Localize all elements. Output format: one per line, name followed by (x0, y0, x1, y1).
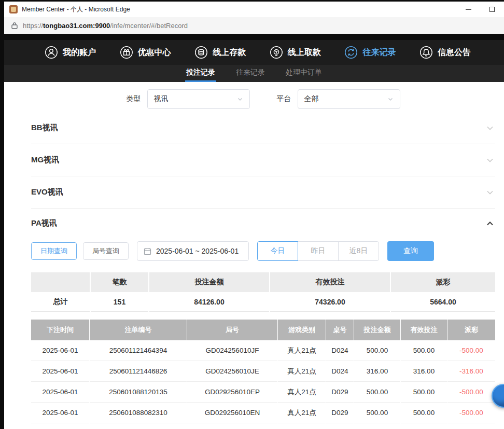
last-8-days-button[interactable]: 近8日 (338, 241, 379, 261)
detail-cell: 2025-06-01 (31, 361, 89, 382)
section-title: PA视讯 (31, 218, 57, 228)
detail-cell: 250601121446826 (90, 361, 187, 382)
detail-cell: 2025-06-01 (31, 382, 89, 403)
table-row: 2025-06-01 250601088082310 GD029256010EN… (31, 403, 495, 423)
section-mg-video[interactable]: MG视讯 (31, 144, 495, 176)
tab-transaction-record[interactable]: 往来记录 (235, 65, 266, 82)
nav-item-label: 信息公告 (438, 47, 471, 58)
detail-cell: 真人21点 (278, 403, 326, 423)
detail-cell: 500.00 (401, 340, 447, 361)
detail-cell: 500.00 (354, 340, 400, 361)
nav-item-promotions[interactable]: 优惠中心 (120, 46, 171, 59)
tab-bet-record[interactable]: 投注记录 (185, 65, 216, 82)
section-evo-video[interactable]: EVO视讯 (31, 176, 495, 209)
detail-cell: 316.00 (401, 361, 447, 382)
detail-cell: 250601088082310 (90, 403, 187, 423)
detail-cell: 2025-06-01 (31, 340, 89, 361)
url-domain: tongbao31.com:9900 (43, 22, 110, 30)
detail-header-cell: 桌号 (326, 320, 354, 340)
chevron-down-icon (237, 96, 243, 102)
url-path: /infe/mcenter/#/betRecord (110, 22, 188, 30)
maximize-button[interactable] (480, 2, 504, 17)
detail-cell: D024 (326, 340, 354, 361)
search-button[interactable]: 查询 (387, 241, 434, 261)
detail-cell: 真人21点 (278, 382, 326, 403)
url-scheme: https:// (23, 22, 43, 30)
summary-total-row: 总计 151 84126.00 74326.00 5664.00 (31, 292, 495, 312)
user-icon (45, 46, 58, 59)
summary-header-cell: 笔数 (91, 272, 148, 292)
detail-cell: GD029256010EP (187, 382, 277, 403)
bell-icon (419, 46, 433, 59)
detail-header-row: 下注时间 注单编号 局号 游戏类别 桌号 投注金额 有效投注 派彩 (31, 320, 495, 340)
detail-header-cell: 派彩 (447, 320, 495, 340)
withdraw-icon (270, 46, 283, 59)
main-nav: 我的账户 优惠中心 线上存款 (4, 40, 504, 65)
detail-cell: 500.00 (401, 382, 447, 403)
detail-cell: 500.00 (354, 382, 400, 403)
detail-cell: D024 (326, 361, 354, 382)
section-title: EVO视讯 (31, 187, 63, 197)
type-label: 类型 (127, 94, 141, 104)
chevron-up-icon (485, 218, 495, 229)
tab-pending-orders[interactable]: 处理中订单 (285, 65, 323, 82)
detail-cell: 250601088120135 (90, 382, 187, 403)
nav-item-my-account[interactable]: 我的账户 (45, 46, 96, 59)
detail-cell-payout: -316.00 (447, 361, 495, 382)
type-select[interactable]: 视讯 (147, 89, 250, 109)
summary-header-row: 笔数 投注金额 有效投注 派彩 (31, 272, 495, 292)
summary-cell: 151 (91, 292, 148, 312)
summary-header-cell (31, 272, 90, 292)
url-text[interactable]: https://tongbao31.com:9900/infe/mcenter/… (23, 22, 188, 30)
detail-header-cell: 局号 (187, 320, 277, 340)
sub-nav: 投注记录 往来记录 处理中订单 (4, 65, 504, 82)
chevron-down-icon (387, 96, 394, 102)
section-pa-video[interactable]: PA视讯 (31, 209, 495, 238)
nav-item-label: 优惠中心 (138, 47, 171, 58)
detail-cell: GD024256010JF (187, 340, 277, 361)
detail-cell: GD024256010JE (187, 361, 277, 382)
browser-window: Member Center - 个人 - Microsoft Edge http… (4, 2, 504, 429)
page-top-strip (4, 34, 504, 40)
detail-header-cell: 注单编号 (90, 320, 187, 340)
detail-header-cell: 投注金额 (354, 320, 400, 340)
detail-cell: 500.00 (354, 403, 400, 423)
nav-item-deposit[interactable]: 线上存款 (194, 46, 246, 59)
platform-select[interactable]: 全部 (298, 89, 400, 109)
chevron-down-icon (485, 187, 495, 198)
nav-item-label: 我的账户 (63, 47, 96, 58)
content: 类型 视讯 平台 全部 BB视讯 (4, 82, 504, 429)
nav-item-withdraw[interactable]: 线上取款 (270, 46, 321, 59)
transfer-record-icon (344, 46, 358, 59)
detail-cell: 2025-06-01 (31, 403, 89, 423)
chevron-down-icon (485, 155, 495, 165)
detail-cell: 500.00 (401, 403, 447, 423)
summary-header-cell: 派彩 (391, 272, 495, 292)
round-query-button[interactable]: 局号查询 (83, 242, 129, 260)
nav-item-transaction-records[interactable]: 往来记录 (344, 46, 396, 59)
chevron-down-icon (485, 123, 495, 133)
date-query-button[interactable]: 日期查询 (31, 242, 77, 260)
detail-cell-payout: -500.00 (447, 382, 495, 403)
section-bb-video[interactable]: BB视讯 (31, 112, 495, 144)
nav-item-label: 线上存款 (213, 47, 246, 58)
quick-date-group: 今日 昨日 近8日 (257, 241, 379, 261)
favicon (9, 5, 18, 13)
today-button[interactable]: 今日 (257, 241, 298, 261)
nav-item-announcements[interactable]: 信息公告 (419, 46, 471, 59)
type-select-value: 视讯 (154, 94, 169, 104)
detail-cell: 316.00 (354, 361, 400, 382)
lock-icon[interactable] (11, 22, 18, 29)
minimize-button[interactable] (456, 2, 480, 17)
summary-cell: 74326.00 (270, 292, 390, 312)
detail-header-cell: 游戏类别 (278, 320, 326, 340)
window-controls (456, 2, 504, 17)
maximize-icon (489, 7, 495, 12)
platform-select-value: 全部 (304, 94, 319, 104)
section-title: MG视讯 (31, 155, 59, 165)
page: 我的账户 优惠中心 线上存款 (4, 34, 504, 429)
window-title: Member Center - 个人 - Microsoft Edge (22, 5, 130, 14)
date-range-picker[interactable]: 2025-06-01 ~ 2025-06-01 (137, 241, 249, 261)
platform-label: 平台 (277, 94, 291, 104)
yesterday-button[interactable]: 昨日 (298, 241, 339, 261)
